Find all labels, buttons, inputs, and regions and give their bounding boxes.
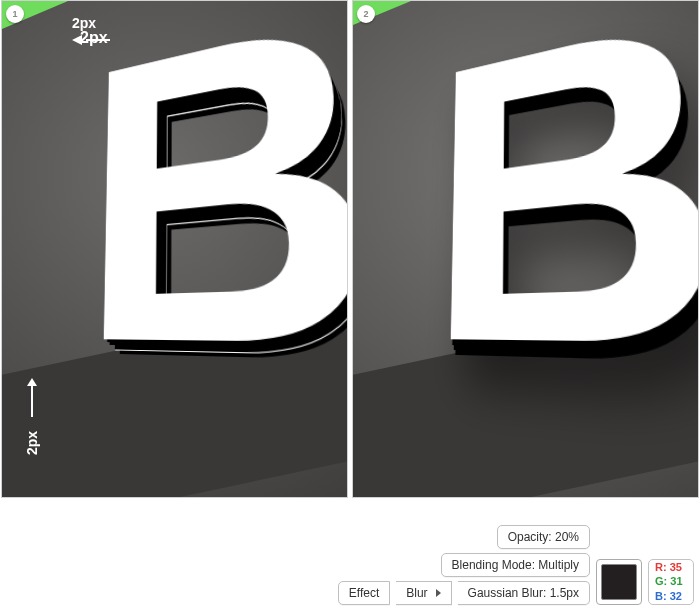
offset-x-label-overlay: 2px <box>80 29 108 47</box>
step-number: 2 <box>363 9 368 19</box>
opacity-label: Opacity: 20% <box>508 530 579 544</box>
effect-row: Effect Blur Gaussian Blur: 1.5px <box>338 581 590 605</box>
blending-mode-button[interactable]: Blending Mode: Multiply <box>441 553 590 577</box>
offset-y-annotation: 2px <box>20 385 44 451</box>
controls-panel: Opacity: 20% Blending Mode: Multiply Eff… <box>338 525 694 605</box>
letter-b: B B B B <box>409 23 649 473</box>
color-swatch-box[interactable] <box>596 559 642 605</box>
rgb-readout: R: 35 G: 31 B: 32 <box>648 559 694 605</box>
gaussian-label: Gaussian Blur: 1.5px <box>468 586 579 600</box>
step-badge: 2 <box>357 5 375 23</box>
rgb-g: G: 31 <box>655 575 687 588</box>
step-number: 1 <box>12 9 17 19</box>
letter-b-extrude: B B B B <box>425 9 656 498</box>
rgb-b: B: 32 <box>655 590 687 603</box>
controls-left-col: Opacity: 20% Blending Mode: Multiply Eff… <box>338 525 590 605</box>
letter-b-extrude: B B B B B B <box>78 9 309 498</box>
effect-label: Effect <box>349 586 379 600</box>
preview-panel-1: 1 B B B B B B 2px 2px 2px <box>1 0 348 498</box>
b-front-face: B <box>425 9 656 498</box>
blur-label: Blur <box>406 586 427 600</box>
preview-strip: 1 B B B B B B 2px 2px 2px <box>0 0 700 498</box>
rgb-r: R: 35 <box>655 561 687 574</box>
color-swatch <box>601 564 637 600</box>
gaussian-blur-button[interactable]: Gaussian Blur: 1.5px <box>458 581 590 605</box>
offset-y-label: 2px <box>24 431 40 455</box>
blending-label: Blending Mode: Multiply <box>452 558 579 572</box>
opacity-button[interactable]: Opacity: 20% <box>497 525 590 549</box>
arrow-up-icon <box>31 385 33 417</box>
blur-submenu-button[interactable]: Blur <box>396 581 451 605</box>
preview-panel-2: 2 B B B B <box>352 0 699 498</box>
step-badge: 1 <box>6 5 24 23</box>
letter-b: B B B B B B <box>62 23 302 473</box>
chevron-right-icon <box>436 589 441 597</box>
b-front-face: B <box>78 9 309 498</box>
effect-menu-button[interactable]: Effect <box>338 581 390 605</box>
